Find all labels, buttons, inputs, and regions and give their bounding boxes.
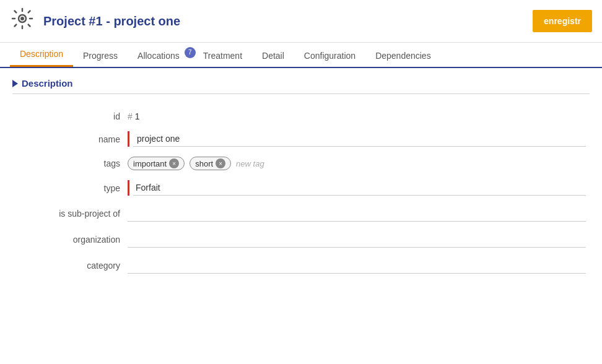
subproject-label: is sub-project of <box>12 201 124 227</box>
tags-value-cell: important × short × new tag <box>124 152 590 175</box>
tab-dependencies[interactable]: Dependencies <box>365 45 441 67</box>
id-display: #1 <box>128 111 140 121</box>
id-hash: # <box>128 111 133 121</box>
field-type-row: type <box>12 175 590 201</box>
page-title: Project #1 - project one <box>43 14 180 28</box>
gear-icon <box>10 6 35 36</box>
id-value-cell: #1 <box>124 106 590 126</box>
tab-progress[interactable]: Progress <box>73 45 128 67</box>
id-number: 1 <box>135 111 140 121</box>
id-label: id <box>12 106 124 126</box>
description-form: id #1 name tags <box>12 106 590 279</box>
field-name-row: name <box>12 126 590 152</box>
category-label: category <box>12 253 124 279</box>
name-input[interactable] <box>133 131 586 147</box>
name-label: name <box>12 126 124 152</box>
main-content: Description id #1 name <box>0 68 602 288</box>
tag-important: important × <box>128 157 185 170</box>
field-id-row: id #1 <box>12 106 590 126</box>
header-left: Project #1 - project one <box>10 6 180 36</box>
tab-configuration[interactable]: Configuration <box>294 45 365 67</box>
collapse-icon[interactable] <box>12 80 18 87</box>
tag-short-remove[interactable]: × <box>216 158 225 168</box>
tab-allocations[interactable]: Allocations 7 <box>128 45 193 67</box>
save-button[interactable]: enregistr <box>533 10 592 32</box>
organization-input[interactable] <box>128 232 586 248</box>
svg-point-1 <box>20 17 24 20</box>
subproject-value-cell <box>124 201 590 227</box>
type-label: type <box>12 175 124 201</box>
header: Project #1 - project one enregistr <box>0 0 602 43</box>
subproject-input[interactable] <box>128 206 586 222</box>
field-tags-row: tags important × short × new tag <box>12 152 590 175</box>
tab-treatment[interactable]: Treatment <box>193 45 252 67</box>
tag-important-remove[interactable]: × <box>169 158 179 168</box>
category-value-cell <box>124 253 590 279</box>
type-value-cell <box>124 175 590 201</box>
organization-label: organization <box>12 227 124 253</box>
tab-detail[interactable]: Detail <box>252 45 294 67</box>
field-category-row: category <box>12 253 590 279</box>
tags-container: important × short × new tag <box>128 157 586 170</box>
type-input[interactable] <box>133 180 586 196</box>
tabs-bar: Description Progress Allocations 7 Treat… <box>0 43 602 68</box>
tag-short-label: short <box>195 159 213 168</box>
new-tag-input[interactable]: new tag <box>236 159 264 168</box>
field-organization-row: organization <box>12 227 590 253</box>
organization-value-cell <box>124 227 590 253</box>
section-header: Description <box>12 78 590 94</box>
tab-description[interactable]: Description <box>10 43 73 67</box>
tag-short: short × <box>190 157 231 170</box>
field-subproject-row: is sub-project of <box>12 201 590 227</box>
tags-label: tags <box>12 152 124 175</box>
type-input-wrapper <box>128 180 586 196</box>
name-value-cell <box>124 126 590 152</box>
tag-important-label: important <box>133 159 167 168</box>
section-title: Description <box>22 78 73 89</box>
name-input-wrapper <box>128 131 586 147</box>
category-input[interactable] <box>128 258 586 274</box>
